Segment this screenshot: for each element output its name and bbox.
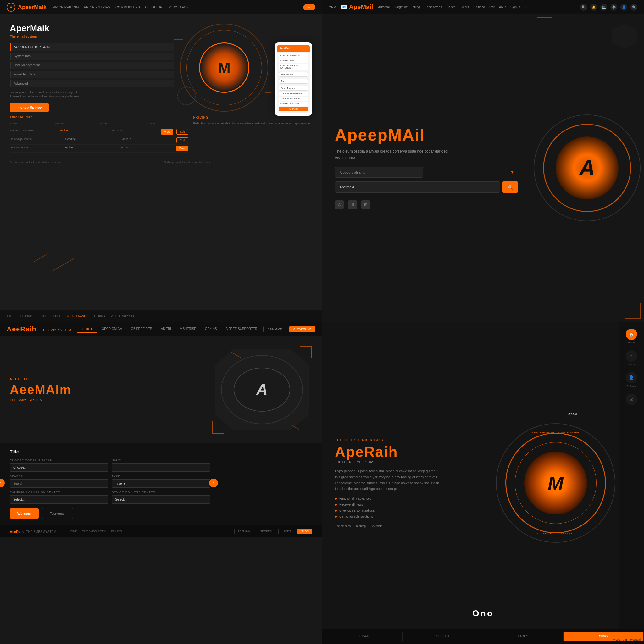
row1-view-btn[interactable]: View bbox=[161, 129, 173, 135]
p4-footer-link-3[interactable]: Snedirsis bbox=[371, 525, 382, 528]
footer-link-1[interactable]: HOME bbox=[69, 530, 77, 533]
mobile-row-5: Transmit: Nonimittid bbox=[279, 97, 308, 101]
form-input-search[interactable] bbox=[10, 479, 108, 488]
footer-btn-3[interactable]: LADES bbox=[278, 529, 295, 534]
panel4-big-title: ApeRaih bbox=[335, 445, 480, 459]
mobile-input-3[interactable] bbox=[279, 86, 308, 91]
p2-icon-grid[interactable]: ⊞ bbox=[361, 200, 370, 209]
panel3-form-section: Title CHOOSE COMPAIN PARAM Choose... NAM… bbox=[0, 443, 322, 525]
row3-view-btn[interactable]: View bbox=[176, 146, 188, 151]
form-select-device[interactable]: Select... bbox=[112, 495, 210, 504]
footer-btn-1[interactable]: FEEMAils bbox=[234, 529, 254, 534]
form-select-type[interactable]: Type ▼ bbox=[112, 479, 210, 488]
th-date: Date bbox=[100, 122, 143, 125]
p3-tab-msntrise[interactable]: MSNTRISE bbox=[175, 325, 201, 333]
panel1-nav-cta[interactable]: → bbox=[303, 4, 315, 10]
p2-nav-question[interactable]: ? bbox=[525, 5, 526, 9]
footer-link-3[interactable]: BILLING bbox=[111, 530, 122, 533]
p3-tab-supporter[interactable]: A FREE SUPPORTER bbox=[221, 325, 262, 333]
panel4-sidebar: 🏠 Home ○ Curus 👤 Avthage ✉ bbox=[619, 322, 644, 644]
p4-message-icon[interactable]: ✉ bbox=[626, 394, 637, 405]
p3-nav-action-1[interactable]: OFINANCE bbox=[263, 326, 286, 332]
p3-tab-omiga[interactable]: OPOP OMIGA bbox=[97, 325, 126, 333]
p3-tab-an[interactable]: AN TRI bbox=[156, 325, 175, 333]
p2-user-icon-btn[interactable]: 👤 bbox=[620, 4, 627, 11]
panel2-logo-text: ApeMail bbox=[349, 3, 373, 10]
nav-link-3[interactable]: COMMUNITIES bbox=[115, 5, 140, 9]
p4-feature-3-text: Give top personalizations bbox=[339, 509, 375, 512]
p2-nav-cancel[interactable]: Cancel bbox=[447, 5, 456, 9]
p2-nav-homescreen[interactable]: Homescreen bbox=[424, 5, 442, 9]
footer-btn-2[interactable]: SERKES bbox=[257, 529, 275, 534]
nav-link-5[interactable]: DOWNLOAD bbox=[167, 5, 188, 9]
mobile-cta-btn[interactable]: AperMail bbox=[279, 107, 308, 111]
bottom-nav-item-1[interactable]: PRICING bbox=[20, 314, 32, 318]
form-select-1[interactable]: Choose... bbox=[10, 463, 108, 472]
sidebar-item-1[interactable]: ACCOUNT SETUP GUIDE bbox=[10, 43, 174, 51]
panel-bottom-right: THE FO TRUE MBER LJAS ApeRaih THE FO TRU… bbox=[322, 322, 644, 644]
p2-icon-a[interactable]: A bbox=[335, 200, 344, 209]
bottom-nav-item-4[interactable]: MAINTENANCE bbox=[67, 314, 88, 318]
footer-btn-4[interactable]: SIIGN bbox=[297, 529, 312, 534]
form-cancel-btn[interactable]: Tosnopsel bbox=[42, 508, 73, 519]
mobile-input-1[interactable] bbox=[279, 72, 308, 77]
panel2-category-select[interactable]: A pooory alsamd Option 2 bbox=[335, 167, 423, 178]
p2-nav-amr[interactable]: AMR bbox=[499, 5, 506, 9]
panel-bottom-left: AeeRaih THE BMBS SYSTEM +app ▼ OPOP OMIG… bbox=[0, 322, 322, 644]
nav-link-2[interactable]: PRICE ENTRIES bbox=[84, 5, 110, 9]
p4-footer-link-1[interactable]: The embdes bbox=[335, 525, 351, 528]
p4-tab-lades[interactable]: LADES bbox=[483, 632, 563, 641]
p2-bell-icon-btn[interactable]: 🔔 bbox=[590, 4, 597, 11]
panel1-hero-title: AperMaik bbox=[10, 24, 174, 33]
p2-monitor-icon-btn[interactable]: 💻 bbox=[600, 4, 607, 11]
panel2-search-input[interactable] bbox=[335, 181, 500, 193]
p3-tab-free[interactable]: OB FREE REP bbox=[126, 325, 156, 333]
form-input-name[interactable] bbox=[112, 463, 210, 472]
row1-edit-btn[interactable]: Edit bbox=[176, 129, 188, 135]
p2-icon-monitor[interactable]: 🖥 bbox=[348, 200, 357, 209]
p2-nav-signup[interactable]: Signup bbox=[510, 5, 520, 9]
sidebar-item-2[interactable]: System Info bbox=[10, 53, 174, 60]
mobile-input-2[interactable] bbox=[279, 79, 308, 84]
p2-search-icon-btn[interactable]: 🔍 bbox=[580, 4, 587, 11]
bottom-nav-item-5[interactable]: OPKINS bbox=[94, 314, 105, 318]
p3-footer-links: HOME THE BMBS SITEM BILLING bbox=[69, 530, 122, 533]
sidebar-item-4[interactable]: Email Templates bbox=[10, 71, 174, 78]
form-label-3 bbox=[214, 459, 312, 462]
nav-link-4[interactable]: CLI GUIDE bbox=[145, 5, 162, 9]
p2-nav-exit[interactable]: Exit bbox=[489, 5, 495, 9]
panel1-cta-button[interactable]: → shop Up Now bbox=[10, 103, 49, 112]
p3-tab-opkins[interactable]: OPKINS bbox=[201, 325, 221, 333]
footer-link-2[interactable]: THE BMBS SITEM bbox=[82, 530, 106, 533]
p4-circle-icon[interactable]: ○ bbox=[626, 350, 637, 362]
gear-decoration bbox=[177, 86, 196, 105]
p2-settings-icon-btn[interactable]: ⚙️ bbox=[610, 4, 617, 11]
row2-edit-btn[interactable]: Edit bbox=[176, 137, 188, 143]
p4-tab-feemails[interactable]: FEEMAils bbox=[322, 632, 403, 641]
panel2-navbar: CEP 📧 ApeMail Automail Target list allin… bbox=[322, 0, 644, 14]
p2-nav-automail[interactable]: Automail bbox=[378, 5, 390, 9]
bottom-nav-item-6[interactable]: A FREE SUPPORTER bbox=[111, 314, 139, 318]
p3-tab-app[interactable]: +app ▼ bbox=[77, 325, 97, 333]
nav-link-1[interactable]: PRICE PRICING bbox=[53, 5, 79, 9]
bottom-nav-item-3[interactable]: FREE bbox=[53, 314, 61, 318]
p2-nav-sears[interactable]: Sears bbox=[461, 5, 469, 9]
form-submit-btn[interactable]: Wernopf bbox=[10, 508, 39, 519]
panel2-search-button[interactable]: 🔍 bbox=[502, 181, 518, 193]
p4-tab-serkes[interactable]: SERKES bbox=[403, 632, 483, 641]
p2-nav-targetlist[interactable]: Target list bbox=[395, 5, 408, 9]
p2-search2-icon-btn[interactable]: 🔍 bbox=[630, 4, 637, 11]
bottom-nav-item-2[interactable]: PRICE bbox=[38, 314, 47, 318]
p4-home-icon[interactable]: 🏠 bbox=[626, 329, 637, 340]
sidebar-item-3[interactable]: User Management bbox=[10, 62, 174, 69]
p4-footer-link-2[interactable]: Toontop bbox=[356, 525, 366, 528]
panel3-next-btn[interactable]: › bbox=[209, 479, 218, 487]
corner-deco-br bbox=[625, 303, 641, 319]
sidebar-item-5[interactable]: Advanced bbox=[10, 80, 174, 87]
p4-profile-icon[interactable]: 👤 bbox=[626, 372, 637, 383]
p2-nav-billing[interactable]: alling bbox=[413, 5, 420, 9]
panel3-hero: ApceeAiIl AeeMAIm THE BMBS SYSTEM ‹ › A bbox=[0, 336, 322, 443]
p3-nav-action-2[interactable]: CI OVERLINE bbox=[289, 326, 315, 332]
form-select-campaign[interactable]: Select... bbox=[10, 495, 108, 504]
p2-nav-colbaco[interactable]: Colbaco bbox=[473, 5, 485, 9]
